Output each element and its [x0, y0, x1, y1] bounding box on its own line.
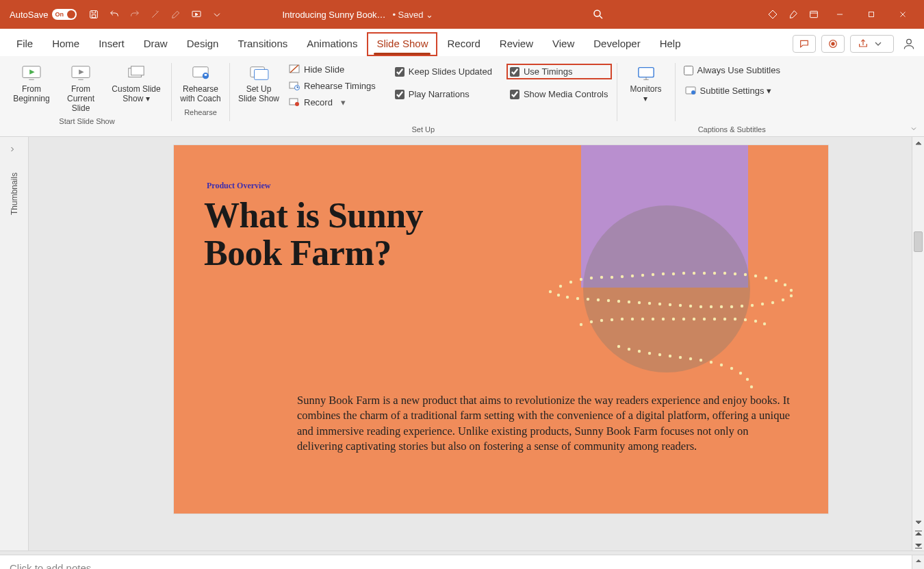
- minimize-button[interactable]: [824, 5, 856, 24]
- ink-icon[interactable]: [166, 5, 185, 24]
- svg-point-27: [559, 285, 562, 288]
- svg-point-34: [631, 275, 634, 277]
- save-status[interactable]: • Saved ⌄: [392, 10, 433, 20]
- svg-point-39: [682, 272, 685, 275]
- scroll-track[interactable]: [912, 149, 924, 516]
- tab-review[interactable]: Review: [490, 32, 543, 56]
- wand-icon[interactable]: [146, 5, 165, 24]
- svg-point-58: [720, 305, 723, 308]
- slide[interactable]: Product Overview What is Sunny Book Farm…: [174, 145, 828, 514]
- custom-slide-show-button[interactable]: Custom Slide Show ▾: [107, 60, 166, 116]
- record-dropdown-button[interactable]: Record ▾: [285, 94, 380, 110]
- monitor-icon: [634, 63, 658, 84]
- vertical-scrollbar[interactable]: [912, 137, 924, 551]
- scroll-up-button[interactable]: [912, 137, 925, 149]
- tab-record[interactable]: Record: [437, 32, 489, 56]
- svg-point-75: [580, 323, 582, 326]
- svg-point-51: [790, 294, 793, 297]
- share-button[interactable]: [850, 35, 894, 53]
- record-button[interactable]: [821, 35, 845, 53]
- redo-icon[interactable]: [125, 5, 144, 24]
- tab-file[interactable]: File: [7, 32, 42, 56]
- svg-point-79: [621, 318, 624, 320]
- rehearse-timings-button[interactable]: Rehearse Timings: [285, 78, 380, 93]
- group-start-slide-show: From Beginning From Current Slide Custom…: [4, 59, 170, 136]
- maximize-button[interactable]: [856, 5, 887, 24]
- svg-point-74: [557, 294, 560, 296]
- use-timings-checkbox[interactable]: Use Timings: [507, 64, 611, 79]
- scroll-down-button[interactable]: [912, 516, 925, 529]
- notes-pane[interactable]: Click to add notes: [0, 555, 924, 569]
- tab-insert[interactable]: Insert: [89, 32, 134, 56]
- svg-point-50: [790, 289, 793, 292]
- collapse-ribbon-button[interactable]: [908, 123, 920, 135]
- next-slide-button[interactable]: [912, 540, 925, 551]
- scroll-up-button[interactable]: [912, 555, 924, 566]
- svg-point-93: [763, 323, 766, 325]
- keep-slides-updated-checkbox[interactable]: Keep Slides Updated: [392, 64, 495, 79]
- tab-slide-show[interactable]: Slide Show: [367, 32, 437, 56]
- group-label: Captions & Subtitles: [677, 124, 787, 136]
- diamond-icon[interactable]: [763, 5, 782, 24]
- comments-button[interactable]: [793, 35, 816, 53]
- autosave-toggle[interactable]: On: [52, 9, 77, 20]
- notes-scrollbar[interactable]: [912, 555, 924, 569]
- svg-point-65: [648, 302, 651, 305]
- svg-point-30: [590, 277, 593, 279]
- tab-help[interactable]: Help: [650, 32, 691, 56]
- notes-placeholder: Click to add notes: [10, 562, 91, 569]
- close-button[interactable]: [887, 5, 919, 24]
- brush-icon[interactable]: [784, 5, 803, 24]
- slides-stack-icon: [125, 63, 148, 84]
- svg-point-62: [679, 304, 682, 307]
- show-media-controls-checkbox[interactable]: Show Media Controls: [507, 87, 611, 101]
- svg-point-85: [682, 318, 685, 320]
- svg-point-68: [617, 300, 620, 303]
- search-area[interactable]: [523, 8, 673, 21]
- from-beginning-button[interactable]: From Beginning: [8, 60, 55, 116]
- tab-view[interactable]: View: [543, 32, 584, 56]
- play-narrations-checkbox[interactable]: Play Narrations: [392, 87, 495, 101]
- rehearse-with-coach-button[interactable]: Rehearse with Coach: [177, 60, 224, 107]
- thumbnails-rail[interactable]: Thumbnails: [0, 137, 29, 551]
- svg-rect-4: [810, 11, 818, 17]
- window-mode-icon[interactable]: [804, 5, 823, 24]
- save-icon[interactable]: [84, 5, 103, 24]
- tab-transitions[interactable]: Transitions: [228, 32, 297, 56]
- tab-home[interactable]: Home: [42, 32, 89, 56]
- tab-design[interactable]: Design: [177, 32, 229, 56]
- svg-point-104: [720, 364, 723, 366]
- record-small-icon: [289, 97, 300, 108]
- svg-point-37: [662, 273, 665, 275]
- set-up-slide-show-button[interactable]: Set Up Slide Show: [235, 60, 282, 107]
- svg-point-91: [744, 318, 747, 321]
- scroll-thumb[interactable]: [914, 231, 923, 252]
- tab-animations[interactable]: Animations: [297, 32, 367, 56]
- qat-more-icon[interactable]: [207, 5, 227, 24]
- svg-point-32: [611, 276, 613, 279]
- svg-point-36: [652, 273, 654, 276]
- undo-icon[interactable]: [105, 5, 124, 24]
- from-current-slide-button[interactable]: From Current Slide: [57, 60, 104, 116]
- svg-point-108: [750, 385, 753, 388]
- hide-slide-button[interactable]: Hide Slide: [285, 62, 380, 77]
- present-icon[interactable]: [187, 5, 206, 24]
- document-title[interactable]: Introducing Sunny Book…: [282, 10, 385, 20]
- setup-icon: [247, 63, 270, 84]
- svg-point-64: [658, 303, 661, 305]
- slide-canvas[interactable]: Product Overview What is Sunny Book Farm…: [29, 137, 924, 551]
- svg-point-67: [628, 301, 630, 303]
- prev-slide-button[interactable]: [912, 529, 925, 540]
- svg-point-52: [782, 299, 784, 301]
- svg-point-7: [831, 42, 834, 45]
- svg-point-49: [784, 283, 786, 286]
- tab-developer[interactable]: Developer: [584, 32, 650, 56]
- account-button[interactable]: [899, 34, 919, 53]
- tab-draw[interactable]: Draw: [134, 32, 177, 56]
- expand-thumbnails-button[interactable]: [8, 144, 21, 156]
- subtitle-settings-button[interactable]: Subtitle Settings ▾: [681, 83, 776, 98]
- always-use-subtitles-checkbox[interactable]: Always Use Subtitles: [681, 63, 783, 77]
- hide-slide-icon: [289, 64, 300, 75]
- monitors-button[interactable]: Monitors▾: [623, 60, 669, 107]
- svg-rect-5: [869, 12, 874, 17]
